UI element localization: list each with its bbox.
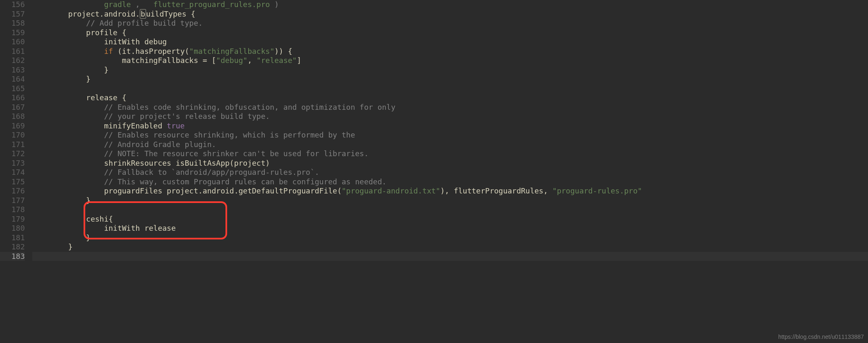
code-line[interactable]: proguardFiles project.android.getDefault… (32, 186, 868, 196)
code-line[interactable] (32, 84, 868, 94)
code-line[interactable]: // NOTE: The resource shrinker can't be … (32, 149, 868, 159)
line-number: 177 (0, 196, 25, 205)
code-line[interactable]: // your project's release build type. (32, 112, 868, 121)
code-line[interactable]: } (32, 233, 868, 243)
line-number: 179 (0, 215, 25, 224)
line-number: 182 (0, 242, 25, 252)
line-number: 176 (0, 186, 25, 196)
line-number: 166 (0, 93, 25, 103)
code-line[interactable]: } (32, 65, 868, 75)
line-number: 165 (0, 84, 25, 94)
line-number: 156 (0, 0, 25, 10)
line-number: 170 (0, 130, 25, 140)
line-number: 163 (0, 65, 25, 75)
code-line[interactable]: // Enables code shrinking, obfuscation, … (32, 103, 868, 112)
code-line[interactable]: // Android Gradle plugin. (32, 140, 868, 150)
code-line[interactable]: gradle , flutter_proguard_rules.pro ) (32, 0, 868, 10)
line-number: 169 (0, 121, 25, 131)
code-line[interactable]: // Fallback to `android/app/proguard-rul… (32, 168, 868, 177)
code-line[interactable]: // This way, custom Proguard rules can b… (32, 177, 868, 187)
line-number: 175 (0, 177, 25, 187)
line-number: 181 (0, 233, 25, 243)
code-line[interactable]: ceshi{ (32, 215, 868, 224)
code-line[interactable]: initWith release (32, 224, 868, 233)
line-number: 160 (0, 37, 25, 47)
code-line[interactable]: } (32, 196, 868, 205)
line-number: 171 (0, 140, 25, 150)
code-line[interactable] (32, 205, 868, 215)
line-number: 172 (0, 149, 25, 159)
code-line[interactable]: } (32, 75, 868, 84)
code-line[interactable]: project.android.buildTypes { (32, 10, 868, 19)
line-number: 183 (0, 252, 25, 261)
code-area[interactable]: gradle , flutter_proguard_rules.pro ) pr… (32, 0, 868, 343)
code-line[interactable]: release { (32, 93, 868, 103)
line-number: 178 (0, 205, 25, 215)
code-line[interactable]: shrinkResources isBuiltAsApp(project) (32, 159, 868, 168)
code-line[interactable]: } (32, 242, 868, 252)
watermark-text: https://blog.csdn.net/u011133887 (778, 333, 864, 341)
line-number: 161 (0, 47, 25, 56)
code-line[interactable]: // Add profile build type. (32, 19, 868, 28)
line-number: 162 (0, 56, 25, 65)
line-number: 174 (0, 168, 25, 177)
code-line[interactable]: if (it.hasProperty("matchingFallbacks"))… (32, 47, 868, 56)
code-editor[interactable]: 1561571581591601611621631641651661671681… (0, 0, 868, 343)
code-line-current[interactable] (32, 252, 868, 261)
line-number: 168 (0, 112, 25, 121)
code-line[interactable]: // Enables resource shrinking, which is … (32, 130, 868, 140)
line-number: 158 (0, 19, 25, 28)
line-number: 164 (0, 75, 25, 84)
line-number-gutter: 1561571581591601611621631641651661671681… (0, 0, 32, 343)
line-number: 159 (0, 28, 25, 38)
line-number: 167 (0, 103, 25, 112)
line-number: 173 (0, 159, 25, 168)
code-line[interactable]: matchingFallbacks = ["debug", "release"] (32, 56, 868, 65)
line-number: 180 (0, 224, 25, 233)
code-line[interactable]: profile { (32, 28, 868, 38)
cursor-highlight: b (140, 9, 146, 19)
code-line[interactable]: minifyEnabled true (32, 121, 868, 131)
code-line[interactable]: initWith debug (32, 37, 868, 47)
line-number: 157 (0, 10, 25, 19)
